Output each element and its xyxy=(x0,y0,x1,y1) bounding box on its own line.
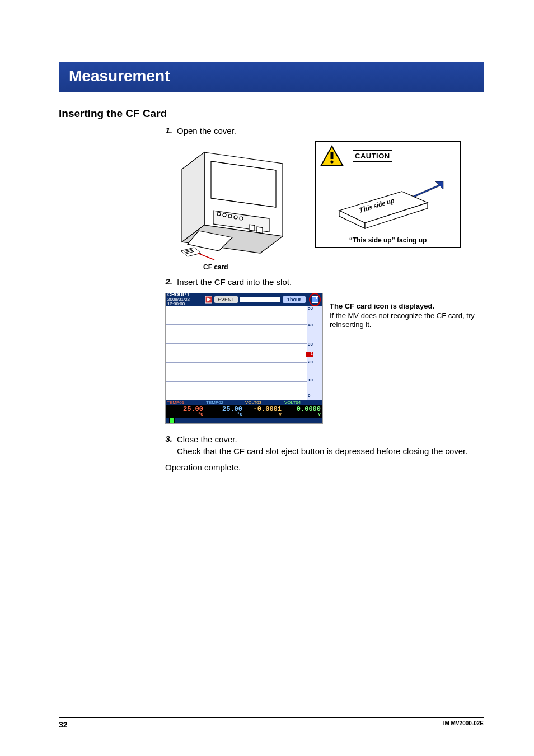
svg-marker-26 xyxy=(413,181,443,197)
channel: VOLT03 -0.0001V xyxy=(244,400,283,418)
step-num: 3. xyxy=(157,434,177,457)
channel: TEMP02 25.00°C xyxy=(205,400,244,418)
step-num: 2. xyxy=(157,277,177,288)
caution-card: CAUTION This side up xyxy=(315,141,461,248)
step-text: Open the cover. xyxy=(177,125,236,137)
step-2: 2. Insert the CF card into the slot. xyxy=(157,277,484,288)
svg-point-10 xyxy=(234,216,237,219)
step-num: 1. xyxy=(157,125,177,137)
arrow-icon xyxy=(413,181,443,197)
caution-title: CAUTION xyxy=(353,150,392,162)
mv-screen: GROUP 1 2008/01/23 12:00:00 EVENT 1hour xyxy=(165,293,323,424)
step-text: Close the cover. Check that the CF card … xyxy=(177,434,467,457)
svg-rect-13 xyxy=(257,227,263,233)
channel: TEMP01 25.00°C xyxy=(166,400,205,418)
step-3: 3. Close the cover. Check that the CF ca… xyxy=(157,434,484,457)
mv-scale: 50 40 30 20 10 0 xyxy=(307,306,322,400)
figure-row-2: GROUP 1 2008/01/23 12:00:00 EVENT 1hour xyxy=(165,293,484,424)
page-title: Measurement xyxy=(59,62,484,92)
status-dot-icon xyxy=(169,418,175,423)
device-illustration: CF card xyxy=(165,141,299,270)
svg-line-19 xyxy=(198,253,214,260)
svg-rect-21 xyxy=(331,152,334,159)
svg-point-7 xyxy=(217,212,221,216)
event-badge: EVENT xyxy=(214,296,238,303)
cf-card-label: CF card xyxy=(203,263,228,271)
doc-id: IM MV2000-02E xyxy=(443,720,484,729)
svg-point-8 xyxy=(223,213,226,217)
mv-topbar: GROUP 1 2008/01/23 12:00:00 EVENT 1hour xyxy=(166,293,322,306)
figure-row-1: CF card CAUTION xyxy=(165,141,484,270)
section-heading: Inserting the CF Card xyxy=(59,108,484,120)
svg-point-9 xyxy=(228,214,232,218)
callout-bold: The CF card icon is displayed. xyxy=(330,302,481,310)
callout-body: If the MV does not recognize the CF card… xyxy=(330,311,481,330)
page-footer: 32 IM MV2000-02E xyxy=(59,717,484,729)
caution-footer: “This side up” facing up xyxy=(320,236,456,244)
svg-point-22 xyxy=(330,161,333,164)
step-text: Insert the CF card into the slot. xyxy=(177,277,292,288)
channel: VOLT04 0.0000V xyxy=(283,400,322,418)
svg-rect-12 xyxy=(249,225,255,231)
caution-icon xyxy=(320,145,344,166)
progress-bar xyxy=(240,297,280,302)
cf-callout: The CF card icon is displayed. If the MV… xyxy=(330,293,481,424)
flag-icon xyxy=(204,295,212,304)
recorder-svg xyxy=(165,141,299,264)
cf-card-icon xyxy=(309,293,321,306)
time-badge: 1hour xyxy=(283,296,306,303)
mv-statusbar xyxy=(166,418,322,423)
mv-grid xyxy=(166,306,307,400)
operation-complete: Operation complete. xyxy=(165,463,484,472)
scale-marker xyxy=(306,352,313,357)
page-number: 32 xyxy=(59,720,68,729)
mv-channels: TEMP01 25.00°C TEMP02 25.00°C VOLT03 -0.… xyxy=(166,400,322,418)
svg-marker-15 xyxy=(181,248,201,256)
svg-point-11 xyxy=(240,217,243,220)
step-1: 1. Open the cover. xyxy=(157,125,484,137)
cf-orientation-svg: This side up xyxy=(329,171,447,233)
step-3-note: Check that the CF card slot eject button… xyxy=(177,446,467,456)
